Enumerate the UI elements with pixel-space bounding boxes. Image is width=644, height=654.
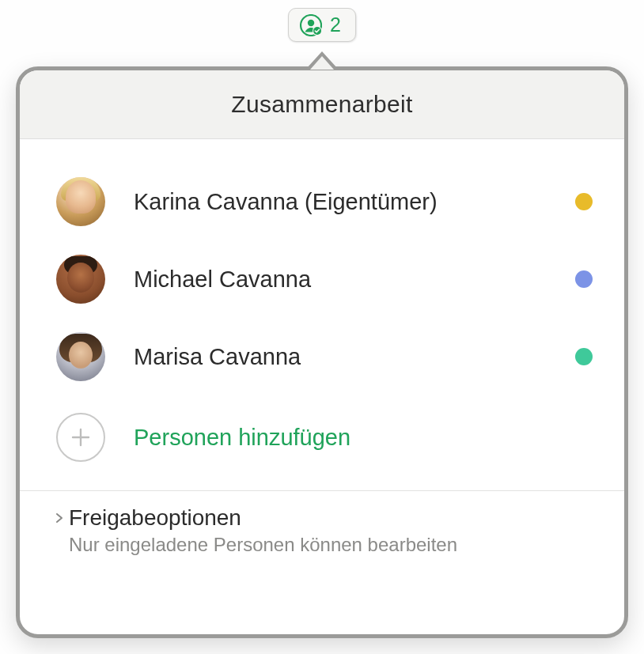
collaboration-count: 2	[330, 13, 341, 36]
participant-name: Karina Cavanna (Eigentümer)	[134, 189, 575, 215]
participants-list: Karina Cavanna (Eigentümer) Michael Cava…	[20, 139, 624, 491]
avatar	[56, 332, 105, 381]
participant-name: Michael Cavanna	[134, 267, 575, 293]
participant-name: Marisa Cavanna	[134, 344, 575, 370]
collaboration-popover: Zusammenarbeit Karina Cavanna (Eigentüme…	[16, 66, 628, 638]
chevron-right-icon	[53, 512, 66, 524]
svg-point-1	[308, 19, 314, 25]
share-options-subtitle: Nur eingeladene Personen können bearbeit…	[69, 534, 593, 556]
status-dot	[575, 348, 593, 365]
participant-row[interactable]: Karina Cavanna (Eigentümer)	[56, 163, 593, 240]
status-dot	[575, 193, 593, 210]
plus-circle-icon	[56, 413, 105, 462]
add-people-button[interactable]: Personen hinzufügen	[56, 395, 593, 474]
share-options-button[interactable]: Freigabeoptionen Nur eingeladene Persone…	[20, 491, 624, 578]
avatar	[56, 177, 105, 226]
avatar	[56, 255, 105, 304]
popover-header: Zusammenarbeit	[20, 70, 624, 139]
add-people-label: Personen hinzufügen	[134, 425, 350, 451]
status-dot	[575, 270, 593, 288]
collaboration-badge-button[interactable]: 2	[288, 8, 356, 42]
participant-row[interactable]: Marisa Cavanna	[56, 318, 593, 395]
person-check-icon	[300, 14, 322, 36]
popover-pointer	[310, 56, 334, 70]
participant-row[interactable]: Michael Cavanna	[56, 240, 593, 318]
share-options-title: Freigabeoptionen	[69, 505, 241, 531]
popover-title: Zusammenarbeit	[20, 91, 624, 118]
